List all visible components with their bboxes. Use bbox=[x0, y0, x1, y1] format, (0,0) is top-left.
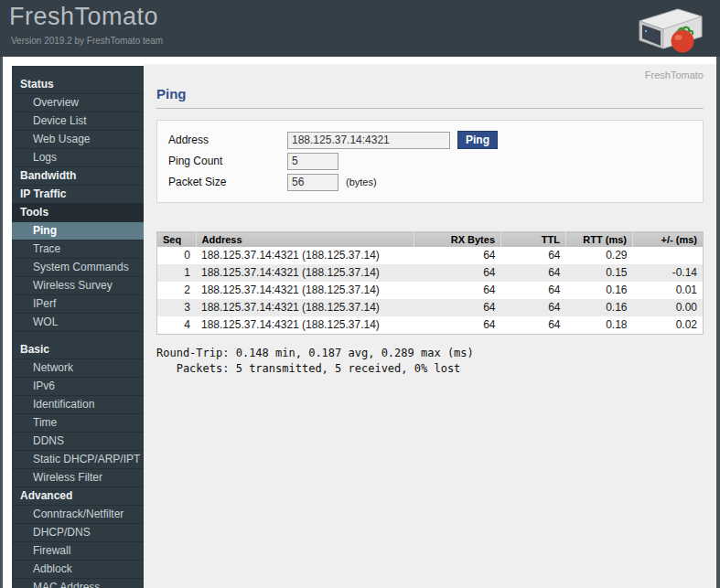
ping-results-table-wrap: SeqAddressRX BytesTTLRTT (ms)+/- (ms) 01… bbox=[156, 231, 704, 335]
table-cell: 188.125.37.14:4321 (188.125.37.14) bbox=[196, 299, 414, 316]
table-cell: 188.125.37.14:4321 (188.125.37.14) bbox=[196, 282, 414, 299]
sidebar-item-device-list[interactable]: Device List bbox=[12, 112, 144, 131]
sidebar-item-logs[interactable]: Logs bbox=[12, 149, 144, 167]
ping-count-input[interactable] bbox=[287, 153, 339, 170]
ping-summary: Round-Trip: 0.148 min, 0.187 avg, 0.289 … bbox=[156, 346, 704, 378]
table-cell: 64 bbox=[501, 264, 566, 282]
table-cell: 64 bbox=[501, 247, 566, 264]
table-cell: 64 bbox=[414, 247, 501, 264]
table-cell: 188.125.37.14:4321 (188.125.37.14) bbox=[196, 247, 414, 264]
sidebar-item-web-usage[interactable]: Web Usage bbox=[12, 131, 144, 149]
table-cell: 0.15 bbox=[566, 264, 633, 282]
table-cell: 0.01 bbox=[633, 282, 704, 299]
sidebar-item-trace[interactable]: Trace bbox=[12, 241, 144, 259]
page-edge-left bbox=[0, 57, 3, 588]
ping-results-table: SeqAddressRX BytesTTLRTT (ms)+/- (ms) 01… bbox=[156, 231, 704, 335]
summary-packets: Packets: 5 transmitted, 5 received, 0% l… bbox=[156, 361, 704, 377]
sidebar-item-system-commands[interactable]: System Commands bbox=[12, 259, 144, 277]
table-cell: 0.16 bbox=[566, 299, 633, 316]
main-content: FreshTomato Ping Address Ping Ping Count… bbox=[144, 64, 716, 588]
sidebar-item-wireless-survey[interactable]: Wireless Survey bbox=[12, 277, 144, 295]
router-tomato-logo-icon bbox=[632, 3, 705, 55]
table-cell: 188.125.37.14:4321 (188.125.37.14) bbox=[196, 316, 414, 335]
sidebar-spacer bbox=[12, 332, 144, 341]
table-cell: 1 bbox=[157, 264, 197, 282]
content-watermark: FreshTomato bbox=[156, 64, 704, 83]
sidebar-item-overview[interactable]: Overview bbox=[12, 94, 144, 112]
packet-size-input[interactable] bbox=[287, 174, 339, 191]
sidebar-item-mac-address[interactable]: MAC Address bbox=[12, 579, 144, 588]
page-title: Ping bbox=[156, 86, 704, 109]
sidebar-item-ddns[interactable]: DDNS bbox=[12, 433, 144, 451]
table-row: 1188.125.37.14:4321 (188.125.37.14)64640… bbox=[157, 264, 704, 282]
ping-button[interactable]: Ping bbox=[457, 131, 498, 149]
ping-table-body: 0188.125.37.14:4321 (188.125.37.14)64640… bbox=[157, 247, 704, 335]
table-cell: 0.16 bbox=[566, 282, 633, 299]
sidebar-item-ipv6[interactable]: IPv6 bbox=[12, 378, 144, 396]
sidebar-item-tools[interactable]: Tools bbox=[12, 204, 144, 222]
sidebar-item-time[interactable]: Time bbox=[12, 414, 144, 433]
table-cell: 0.02 bbox=[633, 316, 704, 335]
table-cell: 0 bbox=[157, 247, 197, 264]
sidebar-item-wol[interactable]: WOL bbox=[12, 314, 144, 332]
packet-size-unit: (bytes) bbox=[346, 176, 377, 187]
table-cell: 64 bbox=[414, 264, 501, 282]
table-cell: 0.29 bbox=[566, 247, 633, 264]
address-input[interactable] bbox=[287, 132, 450, 149]
table-row: 0188.125.37.14:4321 (188.125.37.14)64640… bbox=[157, 247, 704, 264]
sidebar-item-wireless-filter[interactable]: Wireless Filter bbox=[12, 469, 144, 487]
sidebar: StatusOverviewDevice ListWeb UsageLogsBa… bbox=[12, 66, 144, 588]
table-cell: 64 bbox=[414, 282, 501, 299]
ping-form-panel: Address Ping Ping Count Packet Size (byt… bbox=[156, 120, 704, 203]
table-cell: 0.18 bbox=[566, 316, 633, 335]
sidebar-item-firewall[interactable]: Firewall bbox=[12, 542, 144, 561]
page-edge-right bbox=[716, 57, 720, 588]
sidebar-item-bandwidth[interactable]: Bandwidth bbox=[12, 167, 144, 186]
column-header-rx-bytes: RX Bytes bbox=[414, 232, 501, 248]
table-cell: 64 bbox=[501, 282, 566, 299]
table-cell: 64 bbox=[501, 299, 566, 316]
sidebar-item-conntrack-netfilter[interactable]: Conntrack/Netfilter bbox=[12, 506, 144, 524]
table-cell: 2 bbox=[157, 282, 197, 299]
table-cell: 3 bbox=[157, 299, 197, 316]
column-header--ms-: +/- (ms) bbox=[633, 232, 704, 248]
sidebar-item-iperf[interactable]: IPerf bbox=[12, 295, 144, 314]
sidebar-item-status[interactable]: Status bbox=[12, 76, 144, 94]
sidebar-item-ping[interactable]: Ping bbox=[12, 222, 144, 241]
packet-size-label: Packet Size bbox=[168, 176, 287, 188]
column-header-ttl: TTL bbox=[501, 232, 566, 248]
table-cell: 64 bbox=[414, 299, 501, 316]
top-banner: FreshTomato Version 2019.2 by FreshTomat… bbox=[0, 0, 720, 57]
table-cell: 64 bbox=[501, 316, 566, 335]
table-cell: 64 bbox=[414, 316, 501, 335]
table-cell: 188.125.37.14:4321 (188.125.37.14) bbox=[196, 264, 414, 282]
table-cell: -0.14 bbox=[633, 264, 704, 282]
table-cell: 4 bbox=[157, 316, 197, 335]
column-header-seq: Seq bbox=[157, 232, 197, 248]
column-header-rtt-ms-: RTT (ms) bbox=[566, 232, 633, 248]
brand-title: FreshTomato bbox=[9, 3, 158, 31]
table-row: 3188.125.37.14:4321 (188.125.37.14)64640… bbox=[157, 299, 704, 316]
ping-table-header-row: SeqAddressRX BytesTTLRTT (ms)+/- (ms) bbox=[157, 232, 704, 248]
sidebar-item-network[interactable]: Network bbox=[12, 359, 144, 378]
table-cell: 0.00 bbox=[633, 299, 704, 316]
sidebar-item-static-dhcp-arp-ipt[interactable]: Static DHCP/ARP/IPT bbox=[12, 451, 144, 469]
brand-subtitle: Version 2019.2 by FreshTomato team bbox=[11, 36, 163, 46]
address-label: Address bbox=[168, 134, 287, 146]
table-row: 4188.125.37.14:4321 (188.125.37.14)64640… bbox=[157, 316, 704, 335]
column-header-address: Address bbox=[196, 232, 414, 248]
summary-roundtrip: Round-Trip: 0.148 min, 0.187 avg, 0.289 … bbox=[156, 346, 704, 361]
sidebar-item-identification[interactable]: Identification bbox=[12, 396, 144, 414]
table-cell bbox=[633, 247, 704, 264]
sidebar-item-basic[interactable]: Basic bbox=[12, 341, 144, 359]
ping-count-label: Ping Count bbox=[168, 155, 287, 167]
sidebar-item-ip-traffic[interactable]: IP Traffic bbox=[12, 186, 144, 204]
sidebar-item-advanced[interactable]: Advanced bbox=[12, 487, 144, 506]
table-row: 2188.125.37.14:4321 (188.125.37.14)64640… bbox=[157, 282, 704, 299]
sidebar-item-dhcp-dns[interactable]: DHCP/DNS bbox=[12, 524, 144, 542]
sidebar-item-adblock[interactable]: Adblock bbox=[12, 561, 144, 579]
